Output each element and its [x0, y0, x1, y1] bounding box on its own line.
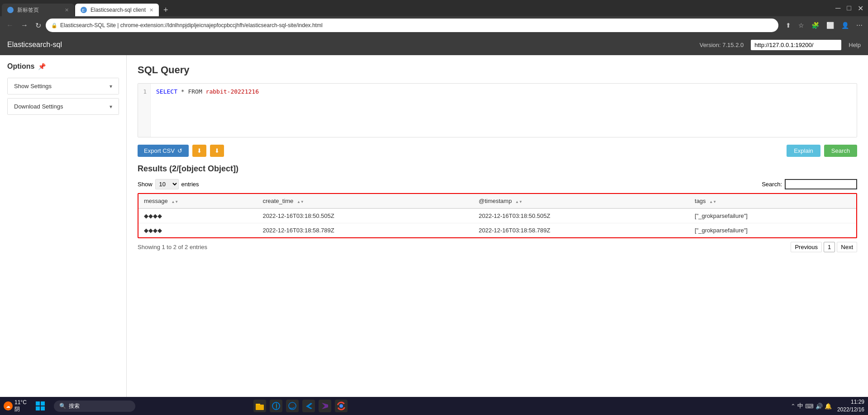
toolbar: Export CSV ↺ ⬇ ⬇ Explain Search: [138, 145, 857, 157]
cell-create_time-1: 2022-12-16T03:18:58.789Z: [257, 223, 473, 238]
previous-page-button[interactable]: Previous: [791, 242, 822, 252]
nav-right-controls: ⬆ ☆ 🧩 ⬜ 👤 ⋯: [784, 20, 864, 31]
version-label: Version: 7.15.2.0: [700, 42, 744, 48]
back-button[interactable]: ←: [4, 19, 16, 31]
show-label: Show: [138, 181, 153, 188]
col-tags[interactable]: tags ▲▼: [689, 194, 856, 208]
options-label: Options: [7, 62, 34, 71]
cell-tags-1: ["_grokparsefailure"]: [689, 223, 856, 238]
search-button[interactable]: Search: [824, 145, 857, 157]
show-settings-accordion: Show Settings ▾: [7, 78, 119, 94]
export-csv-icon: ↺: [177, 147, 182, 154]
col-create-time[interactable]: create_time ▲▼: [257, 194, 473, 208]
sort-icon-timestamp: ▲▼: [515, 200, 523, 204]
tab-favicon-1: [7, 7, 14, 13]
main-layout: Options 📌 Show Settings ▾ Download Setti…: [0, 55, 868, 397]
search-control-label: Search:: [762, 181, 782, 188]
show-settings-header[interactable]: Show Settings ▾: [8, 78, 119, 94]
page-1-button[interactable]: 1: [824, 242, 835, 252]
col-timestamp-label: @timestamp: [479, 198, 512, 204]
sort-icon-message: ▲▼: [171, 200, 178, 204]
table-search-input[interactable]: [785, 179, 857, 189]
download-icon-button-1[interactable]: ⬇: [192, 145, 206, 157]
share-button[interactable]: ⬆: [784, 20, 793, 31]
profile-button[interactable]: 👤: [839, 20, 851, 31]
show-settings-chevron: ▾: [110, 83, 112, 90]
next-page-button[interactable]: Next: [837, 242, 857, 252]
table-name: rabbit-20221216: [206, 88, 259, 95]
download-settings-header[interactable]: Download Settings ▾: [8, 99, 119, 114]
download-settings-chevron: ▾: [110, 104, 112, 110]
nav-bar: ← → ↻ 🔒 Elasticsearch-SQL Site | chrome-…: [0, 16, 868, 34]
cell-message-1: ◆◆◆◆: [138, 223, 257, 238]
cell-timestamp-0: 2022-12-16T03:18:50.505Z: [473, 208, 689, 223]
endpoint-input[interactable]: [751, 40, 841, 50]
bookmark-button[interactable]: ☆: [796, 20, 806, 31]
svg-text:E: E: [82, 8, 85, 13]
sidebar-title: Options 📌: [7, 62, 119, 71]
content-area: SQL Query 1 SELECT * FROM rabbit-2022121…: [127, 55, 868, 397]
data-table: message ▲▼ create_time ▲▼ @timestamp ▲▼: [138, 194, 856, 237]
keyword-from: FROM: [188, 88, 202, 95]
window-restore-btn[interactable]: □: [844, 2, 854, 14]
cell-timestamp-1: 2022-12-16T03:18:58.789Z: [473, 223, 689, 238]
data-table-wrapper: message ▲▼ create_time ▲▼ @timestamp ▲▼: [138, 193, 857, 238]
app-title: Elasticsearch-sql: [7, 41, 62, 49]
show-settings-label: Show Settings: [14, 83, 52, 90]
cell-create_time-0: 2022-12-16T03:18:50.505Z: [257, 208, 473, 223]
line-number-1: 1: [142, 88, 147, 95]
entries-label: entries: [181, 181, 199, 188]
address-text: Elasticsearch-SQL Site | chrome-extensio…: [60, 22, 773, 28]
showing-text: Showing 1 to 2 of 2 entries: [138, 244, 207, 250]
wildcard-star: *: [181, 88, 185, 95]
export-csv-button[interactable]: Export CSV ↺: [138, 145, 189, 157]
col-timestamp[interactable]: @timestamp ▲▼: [473, 194, 689, 208]
lock-icon: 🔒: [51, 23, 57, 28]
sort-icon-tags: ▲▼: [709, 200, 716, 204]
cell-tags-0: ["_grokparsefailure"]: [689, 208, 856, 223]
tab-label-2: Elasticsearch-sql client: [91, 7, 146, 13]
forward-button[interactable]: →: [18, 19, 31, 31]
split-view-button[interactable]: ⬜: [825, 20, 836, 31]
results-title: Results (2/[object Object]): [138, 164, 857, 174]
new-tab-button[interactable]: +: [160, 4, 172, 16]
col-tags-label: tags: [695, 198, 706, 204]
sidebar: Options 📌 Show Settings ▾ Download Setti…: [0, 55, 127, 397]
extensions-button[interactable]: 🧩: [810, 20, 821, 31]
tab-close-1[interactable]: ✕: [65, 7, 69, 13]
sort-icon-create-time: ▲▼: [297, 200, 304, 204]
show-entries: Show 10 25 50 100 entries: [138, 179, 199, 189]
search-label: Search: [831, 147, 850, 154]
table-body: ◆◆◆◆2022-12-16T03:18:50.505Z2022-12-16T0…: [138, 208, 856, 237]
download-settings-label: Download Settings: [14, 103, 63, 110]
col-message-label: message: [144, 198, 168, 204]
search-control: Search:: [762, 179, 857, 189]
entries-select[interactable]: 10 25 50 100: [155, 179, 179, 189]
export-csv-label: Export CSV: [144, 147, 175, 154]
browser-window: 新标签页 ✕ E Elasticsearch-sql client ✕ + ─ …: [0, 0, 868, 397]
window-close-btn[interactable]: ✕: [855, 2, 866, 14]
explain-button[interactable]: Explain: [787, 145, 820, 157]
tab-favicon-2: E: [81, 7, 87, 13]
pin-icon: 📌: [38, 63, 46, 70]
code-content[interactable]: SELECT * FROM rabbit-20221216: [151, 84, 857, 137]
tab-elasticsearch[interactable]: E Elasticsearch-sql client ✕: [75, 4, 159, 16]
table-row: ◆◆◆◆2022-12-16T03:18:50.505Z2022-12-16T0…: [138, 208, 856, 223]
pagination-bar: Showing 1 to 2 of 2 entries Previous 1 N…: [138, 242, 857, 252]
app-header: Elasticsearch-sql Version: 7.15.2.0 Help: [0, 34, 868, 55]
download-icon-button-2[interactable]: ⬇: [210, 145, 224, 157]
table-controls: Show 10 25 50 100 entries Search:: [138, 179, 857, 189]
help-link[interactable]: Help: [849, 42, 861, 48]
tab-close-2[interactable]: ✕: [149, 7, 153, 13]
code-editor[interactable]: 1 SELECT * FROM rabbit-20221216: [138, 83, 857, 137]
window-minimize-btn[interactable]: ─: [833, 2, 843, 14]
previous-label: Previous: [795, 244, 818, 250]
menu-button[interactable]: ⋯: [854, 20, 864, 31]
reload-button[interactable]: ↻: [33, 19, 44, 32]
table-header-row: message ▲▼ create_time ▲▼ @timestamp ▲▼: [138, 194, 856, 208]
table-row: ◆◆◆◆2022-12-16T03:18:58.789Z2022-12-16T0…: [138, 223, 856, 238]
tab-newtab[interactable]: 新标签页 ✕: [2, 4, 74, 16]
app-header-right: Version: 7.15.2.0 Help: [700, 40, 861, 50]
col-message[interactable]: message ▲▼: [138, 194, 257, 208]
address-bar[interactable]: 🔒 Elasticsearch-SQL Site | chrome-extens…: [46, 19, 778, 32]
